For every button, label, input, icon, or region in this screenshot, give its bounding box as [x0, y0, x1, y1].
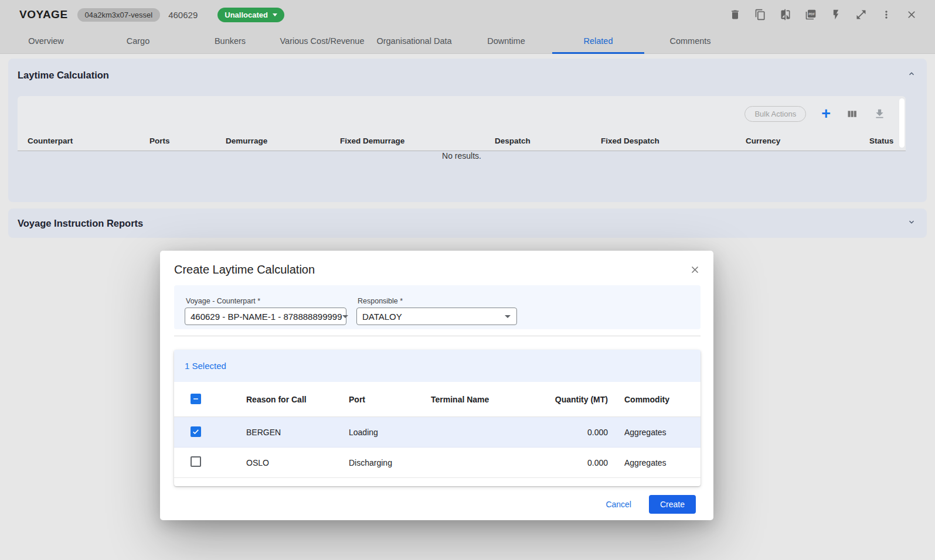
pdf-icon[interactable]: PDF [804, 8, 818, 22]
status-label: Unallocated [225, 11, 268, 19]
add-icon[interactable]: + [821, 108, 831, 119]
no-results-text: No results. [18, 151, 906, 161]
page-title: VOYAGE [19, 8, 68, 21]
selection-summary: 1 Selected [174, 350, 701, 382]
table-row[interactable]: BERGEN Loading 0.000 Aggregates [174, 417, 701, 448]
status-dropdown[interactable]: Unallocated [217, 8, 284, 22]
voyage-instruction-reports-section: Voyage Instruction Reports [8, 209, 927, 238]
voyage-header: VOYAGE 04a2km3x07-vessel 460629 Unalloca… [0, 0, 935, 54]
responsible-field: Responsible * DATALOY [356, 297, 517, 329]
close-icon[interactable] [905, 8, 919, 22]
chevron-down-icon [342, 315, 348, 318]
tab-downtime[interactable]: Downtime [460, 29, 552, 54]
modal-actions: Cancel Create [174, 495, 701, 514]
cell-commodity: Aggregates [608, 458, 701, 467]
header-actions: PDF [728, 8, 919, 22]
selection-count-text: 1 Selected [185, 361, 226, 371]
column-header-fixed-demurrage[interactable]: Fixed Demurrage [340, 136, 495, 145]
vir-section-title: Voyage Instruction Reports [18, 218, 143, 229]
voyage-number: 460629 [168, 10, 198, 20]
column-header-quantity-mt[interactable]: Quantity (MT) [551, 395, 608, 404]
svg-text:PDF: PDF [808, 12, 815, 16]
port-call-table-header: Reason for Call Port Terminal Name Quant… [174, 382, 701, 417]
tab-organisational-data[interactable]: Organisational Data [368, 29, 460, 54]
app-root: VOYAGE 04a2km3x07-vessel 460629 Unalloca… [0, 0, 935, 560]
more-icon[interactable] [879, 8, 893, 22]
expand-icon[interactable] [854, 8, 868, 22]
cell-commodity: Aggregates [608, 428, 701, 437]
port-call-table-card: 1 Selected Reason for Call Port Terminal… [174, 350, 701, 486]
laytime-section-header: Laytime Calculation [8, 59, 927, 91]
expand-chevron-down-icon[interactable] [907, 217, 916, 229]
responsible-label: Responsible * [358, 297, 517, 305]
column-header-port[interactable]: Port [349, 395, 431, 404]
cell-port: Loading [349, 428, 431, 437]
column-header-commodity[interactable]: Commodity [608, 395, 701, 404]
tab-comments[interactable]: Comments [644, 29, 736, 54]
modal-header: Create Laytime Calculation [174, 251, 701, 285]
column-header-ports[interactable]: Ports [149, 136, 226, 145]
laytime-table-card: Bulk Actions + Counterpart Ports Demurra… [18, 96, 906, 151]
table-scrollbar[interactable] [899, 98, 905, 148]
tab-overview[interactable]: Overview [0, 29, 92, 54]
modal-form-panel: Voyage - Counterpart * 460629 - BP-NAME-… [174, 285, 701, 329]
header-row: VOYAGE 04a2km3x07-vessel 460629 Unalloca… [0, 0, 935, 29]
cell-reason-for-call: OSLO [246, 458, 349, 467]
cell-quantity: 0.000 [551, 428, 608, 437]
duplicate-icon[interactable] [753, 8, 767, 22]
modal-divider [174, 336, 701, 336]
create-laytime-modal: Create Laytime Calculation Voyage - Coun… [160, 251, 713, 520]
responsible-select[interactable]: DATALOY [356, 308, 517, 325]
delete-icon[interactable] [728, 8, 742, 22]
tab-bar: Overview Cargo Bunkers Various Cost/Reve… [0, 29, 935, 54]
caret-down-icon [273, 13, 277, 16]
chevron-down-icon [505, 315, 511, 318]
tab-bunkers[interactable]: Bunkers [184, 29, 276, 54]
main-content: Laytime Calculation Bulk Actions + Count… [0, 54, 935, 238]
tab-various-cost-revenue[interactable]: Various Cost/Revenue [276, 29, 368, 54]
row-checkbox[interactable] [191, 456, 201, 467]
laytime-table-toolbar: Bulk Actions + [18, 96, 906, 131]
modal-title: Create Laytime Calculation [174, 263, 315, 276]
column-header-fixed-despatch[interactable]: Fixed Despatch [601, 136, 746, 145]
row-checkbox[interactable] [191, 426, 201, 437]
flash-icon[interactable] [829, 8, 843, 22]
cell-port: Discharging [349, 458, 431, 467]
voyage-counterpart-label: Voyage - Counterpart * [186, 297, 346, 305]
vessel-badge: 04a2km3x07-vessel [77, 8, 161, 22]
responsible-value: DATALOY [362, 312, 402, 322]
voyage-counterpart-field: Voyage - Counterpart * 460629 - BP-NAME-… [185, 297, 346, 329]
table-row[interactable]: OSLO Discharging 0.000 Aggregates [174, 448, 701, 478]
laytime-table-header: Counterpart Ports Demurrage Fixed Demurr… [18, 131, 906, 151]
column-header-despatch[interactable]: Despatch [495, 136, 601, 145]
voyage-counterpart-select[interactable]: 460629 - BP-NAME-1 - 878888899999 [185, 308, 346, 325]
column-header-demurrage[interactable]: Demurrage [226, 136, 340, 145]
download-icon[interactable] [873, 108, 886, 120]
tab-cargo[interactable]: Cargo [92, 29, 184, 54]
collapse-chevron-up-icon[interactable] [907, 69, 916, 81]
column-header-terminal-name[interactable]: Terminal Name [431, 395, 551, 404]
column-header-currency[interactable]: Currency [746, 136, 869, 145]
cancel-button[interactable]: Cancel [600, 496, 637, 513]
cell-reason-for-call: BERGEN [246, 428, 349, 437]
column-header-counterpart[interactable]: Counterpart [28, 136, 149, 145]
voyage-counterpart-value: 460629 - BP-NAME-1 - 878888899999 [191, 312, 342, 322]
laytime-calculation-section: Laytime Calculation Bulk Actions + Count… [8, 59, 927, 202]
select-all-checkbox[interactable] [191, 394, 201, 404]
columns-icon[interactable] [846, 108, 858, 120]
laytime-section-title: Laytime Calculation [18, 70, 109, 81]
modal-close-icon[interactable] [689, 264, 701, 275]
vir-section-header: Voyage Instruction Reports [8, 209, 927, 238]
compare-icon[interactable] [778, 8, 793, 22]
column-header-reason-for-call[interactable]: Reason for Call [246, 395, 349, 404]
cell-quantity: 0.000 [551, 458, 608, 467]
tab-related[interactable]: Related [552, 29, 644, 54]
create-button[interactable]: Create [649, 495, 696, 514]
bulk-actions-button[interactable]: Bulk Actions [744, 106, 806, 122]
